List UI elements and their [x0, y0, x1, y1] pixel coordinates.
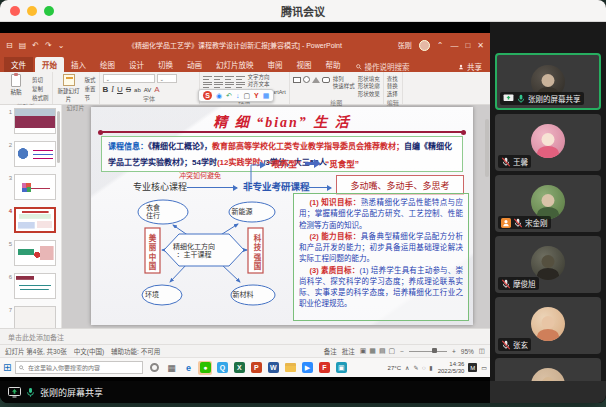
cut-button[interactable]: 剪切	[32, 76, 49, 84]
share-button[interactable]: 共享	[458, 61, 486, 72]
account-avatar[interactable]	[419, 40, 430, 51]
taskbar-app-photos-icon[interactable]: ▣	[334, 361, 348, 375]
redo-icon[interactable]: ↷	[45, 41, 52, 50]
taskbar-clock[interactable]: 14:36 2022/5/30	[438, 361, 465, 375]
tab-插入[interactable]: 插入	[64, 57, 93, 72]
taskbar-app-cortana-icon[interactable]	[147, 361, 161, 375]
paste-button[interactable]: 粘贴	[3, 74, 29, 96]
qat-dropdown-icon[interactable]: ⌄	[58, 41, 65, 50]
annotation-toolbar[interactable]: S ◉ ↶ ↓ ▢ Y ▦	[198, 89, 274, 102]
font-name-select[interactable]: ⌄	[103, 74, 155, 83]
save-icon[interactable]: ▤	[19, 41, 27, 50]
section-button[interactable]: 节	[85, 94, 96, 102]
slide-thumbnail-3[interactable]: 3	[2, 174, 61, 200]
thumbnail-preview[interactable]	[14, 240, 56, 266]
thumbnail-preview[interactable]	[14, 174, 56, 200]
underline-button[interactable]: U	[117, 85, 123, 94]
comments-toggle[interactable]: 批注	[342, 346, 355, 356]
weather-indicator[interactable]: 27°C	[388, 365, 401, 371]
tab-审阅[interactable]: 审阅	[261, 57, 290, 72]
char-spacing-button[interactable]: AV	[144, 87, 152, 93]
notes-toggle[interactable]: 备注	[324, 346, 337, 356]
participant-tile-张玄[interactable]: 张玄	[495, 297, 601, 354]
participant-tile[interactable]	[495, 358, 601, 381]
tab-幻灯片放映[interactable]: 幻灯片放映	[209, 57, 261, 72]
thumbnail-preview[interactable]	[14, 108, 56, 134]
download-icon[interactable]: ↓	[236, 92, 240, 99]
view-buttons[interactable]: ▣▦▤▢	[360, 347, 396, 355]
language-indicator[interactable]: 中文(中国)	[74, 346, 104, 356]
new-slide-button[interactable]: 新建幻灯片	[56, 74, 82, 103]
slide-thumbnail-1[interactable]: 1	[2, 108, 61, 134]
notification-center-icon[interactable]: ▭	[481, 364, 487, 371]
slide-thumbnail-6[interactable]: 6	[2, 273, 61, 299]
slide-thumbnail-5[interactable]: 5	[2, 240, 61, 266]
tab-开始[interactable]: 开始	[35, 57, 64, 72]
tab-绘图[interactable]: 绘图	[93, 57, 122, 72]
zoom-out-button[interactable]: −	[400, 348, 404, 355]
slide-thumbnail-7[interactable]: 7	[2, 306, 61, 328]
start-button[interactable]: ⊞	[3, 363, 11, 373]
taskbar-app-word-icon[interactable]: W	[266, 361, 280, 375]
slide-thumbnail-4[interactable]: 4	[2, 207, 61, 233]
fit-slide-button[interactable]: ◫	[479, 347, 485, 355]
thumbnail-preview[interactable]	[14, 306, 56, 328]
window-minimize-icon[interactable]: —	[450, 41, 458, 50]
tray-expand-icon[interactable]: ∧	[405, 364, 409, 371]
taskbar-app-wechat-icon[interactable]: ●	[198, 361, 212, 375]
format-painter-button[interactable]: 格式刷	[32, 94, 49, 102]
zoom-slider[interactable]	[409, 351, 447, 352]
thumbnail-preview[interactable]	[14, 141, 56, 167]
monitor-icon[interactable]: ▢	[243, 92, 250, 99]
quick-styles-button[interactable]: 快速样式	[333, 83, 355, 90]
taskbar-search-input[interactable]	[28, 365, 139, 371]
eye-icon[interactable]: ◉	[216, 92, 222, 99]
thumbnail-preview[interactable]	[14, 273, 56, 299]
tray-icons[interactable]: ✎ ◌ ▮	[413, 364, 433, 371]
text-shadow-button[interactable]: ab	[134, 87, 141, 93]
replace-button[interactable]: 替换	[387, 83, 398, 90]
tab-文件[interactable]: 文件	[4, 57, 33, 72]
shape-effects-button[interactable]: 形状效果	[358, 91, 380, 98]
undo-icon[interactable]: ↶	[32, 41, 39, 50]
tab-视图[interactable]: 视图	[290, 57, 319, 72]
zoom-level[interactable]: 95%	[461, 348, 474, 355]
taskbar-app-task-view-icon[interactable]: ▦	[164, 361, 178, 375]
participant-tile-摩俊旭[interactable]: 摩俊旭	[495, 236, 601, 293]
zoom-in-button[interactable]: +	[452, 348, 456, 355]
ribbon-display-icon[interactable]: ⌃	[437, 41, 444, 50]
taskbar-app-excel-icon[interactable]: X	[232, 361, 246, 375]
tab-设计[interactable]: 设计	[122, 57, 151, 72]
grid-icon[interactable]: ▦	[263, 92, 270, 99]
window-close-icon[interactable]: ✕	[477, 41, 484, 50]
window-maximize-icon[interactable]: □	[465, 41, 470, 50]
tab-切换[interactable]: 切换	[151, 57, 180, 72]
participant-tile-王馨[interactable]: 王馨	[495, 114, 601, 171]
account-name[interactable]: 张刚	[398, 40, 412, 50]
taskbar-app-explorer-icon[interactable]	[283, 361, 297, 375]
strikethrough-button[interactable]: S	[126, 85, 131, 94]
shape-outline-button[interactable]: 形状轮廓	[358, 83, 380, 90]
taskbar-search[interactable]	[15, 361, 143, 374]
slide-thumbnail-2[interactable]: 2	[2, 141, 61, 167]
shape-gallery[interactable]	[293, 74, 330, 83]
ime-indicator[interactable]: M	[468, 363, 477, 372]
taskbar-app-qq-browser-icon[interactable]: Q	[215, 361, 229, 375]
tab-动画[interactable]: 动画	[180, 57, 209, 72]
tab-帮助[interactable]: 帮助	[319, 57, 348, 72]
notes-pane[interactable]: 单击此处添加备注	[0, 328, 490, 344]
font-size-select[interactable]: ⌄	[157, 74, 177, 83]
undo-arrow-icon[interactable]: ↶	[226, 92, 232, 99]
participant-tile-张刚的屏幕共享[interactable]: 张刚的屏幕共享	[495, 53, 601, 110]
taskbar-app-meeting-icon[interactable]: ▶	[300, 361, 314, 375]
tell-me-search[interactable]: 操作说明搜索	[356, 61, 410, 72]
font-color-button[interactable]: A	[154, 85, 159, 94]
copy-button[interactable]: 复制	[32, 85, 49, 93]
accessibility-indicator[interactable]: 辅助功能: 不可用	[111, 346, 160, 356]
italic-button[interactable]: I	[111, 85, 114, 94]
taskbar-app-powerpoint-icon[interactable]: P	[249, 361, 263, 375]
s-tool-icon[interactable]: S	[203, 91, 212, 100]
select-button[interactable]: 选择	[387, 91, 398, 98]
thumbnail-scrollbar[interactable]	[57, 111, 60, 163]
bold-button[interactable]: B	[103, 85, 109, 94]
